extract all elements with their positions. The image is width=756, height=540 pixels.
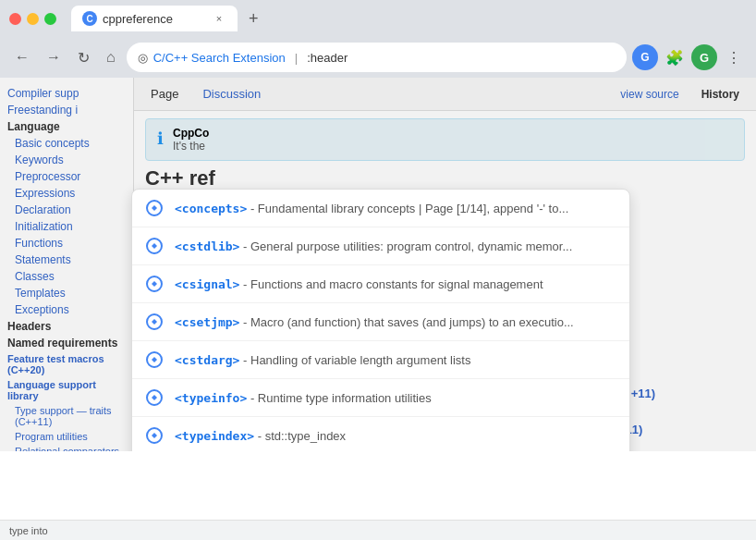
dropdown-text-typeinfo: <typeinfo> - Runtime type information ut… bbox=[175, 391, 432, 405]
dropdown-text-cstdarg: <cstdarg> - Handling of variable length … bbox=[175, 353, 470, 367]
traffic-lights bbox=[9, 13, 56, 25]
page-area: Compiler supp Freestanding i Language Ba… bbox=[0, 78, 756, 451]
nav-bar: ← → ↻ ⌂ ◎ C/C++ Search Extension | :head… bbox=[0, 37, 756, 78]
dropdown-item-csignal[interactable]: <csignal> - Functions and macro constant… bbox=[132, 265, 629, 303]
google-icon-btn[interactable]: G bbox=[632, 44, 658, 70]
dropdown-icon-typeindex bbox=[145, 426, 164, 445]
nav-actions: G 🧩 G ⋮ bbox=[632, 44, 747, 70]
browser-chrome: C cppreference × + ← → ↻ ⌂ ◎ C/C++ Searc… bbox=[0, 0, 756, 78]
profile-avatar[interactable]: G bbox=[691, 44, 717, 70]
title-bar: C cppreference × + bbox=[0, 0, 756, 37]
dropdown-icon-concepts bbox=[145, 199, 164, 217]
forward-button[interactable]: → bbox=[41, 45, 67, 69]
dropdown-text-concepts: <concepts> - Fundamental library concept… bbox=[175, 202, 568, 215]
dropdown-icon-csetjmp bbox=[145, 313, 164, 331]
refresh-button[interactable]: ↻ bbox=[72, 45, 95, 70]
status-text: type into bbox=[9, 525, 48, 536]
dropdown-text-csignal: <csignal> - Functions and macro constant… bbox=[175, 277, 543, 291]
dropdown-text-cstdlib: <cstdlib> - General purpose utilities: p… bbox=[175, 239, 572, 253]
extensions-icon-btn[interactable]: 🧩 bbox=[662, 44, 688, 70]
back-button[interactable]: ← bbox=[9, 45, 35, 69]
dropdown-item-typeindex[interactable]: <typeindex> - std::type_index bbox=[132, 417, 629, 451]
address-bar[interactable]: ◎ C/C++ Search Extension | :header bbox=[127, 43, 627, 72]
autocomplete-dropdown: <concepts> - Fundamental library concept… bbox=[131, 189, 630, 451]
dropdown-icon-typeinfo bbox=[145, 388, 164, 407]
maximize-button[interactable] bbox=[44, 13, 56, 25]
tab-close-icon[interactable]: × bbox=[212, 11, 226, 26]
home-button[interactable]: ⌂ bbox=[101, 45, 121, 69]
tab-bar: C cppreference × + bbox=[71, 6, 747, 32]
dropdown-text-typeindex: <typeindex> - std::type_index bbox=[175, 429, 346, 443]
tab-title: cppreference bbox=[103, 12, 173, 26]
menu-icon-btn[interactable]: ⋮ bbox=[721, 44, 747, 70]
address-icon: ◎ bbox=[138, 51, 148, 65]
dropdown-item-concepts[interactable]: <concepts> - Fundamental library concept… bbox=[132, 190, 629, 227]
active-tab[interactable]: C cppreference × bbox=[71, 6, 238, 31]
dropdown-item-typeinfo[interactable]: <typeinfo> - Runtime type information ut… bbox=[132, 379, 629, 417]
dropdown-icon-csignal bbox=[145, 275, 164, 293]
dropdown-item-cstdlib[interactable]: <cstdlib> - General purpose utilities: p… bbox=[132, 227, 629, 265]
status-bar: type into bbox=[0, 520, 756, 540]
tab-favicon: C bbox=[82, 11, 97, 26]
dropdown-icon-cstdarg bbox=[145, 350, 164, 369]
dropdown-text-csetjmp: <csetjmp> - Macro (and function) that sa… bbox=[175, 315, 574, 329]
dropdown-item-csetjmp[interactable]: <csetjmp> - Macro (and function) that sa… bbox=[132, 303, 629, 341]
new-tab-button[interactable]: + bbox=[241, 6, 266, 32]
address-separator: | bbox=[295, 51, 298, 65]
dropdown-icon-cstdlib bbox=[145, 237, 164, 255]
close-button[interactable] bbox=[9, 13, 21, 25]
dropdown-item-cstdarg[interactable]: <cstdarg> - Handling of variable length … bbox=[132, 341, 629, 379]
address-query: :header bbox=[307, 51, 348, 65]
minimize-button[interactable] bbox=[27, 13, 39, 25]
extension-name: C/C++ Search Extension bbox=[153, 51, 286, 65]
